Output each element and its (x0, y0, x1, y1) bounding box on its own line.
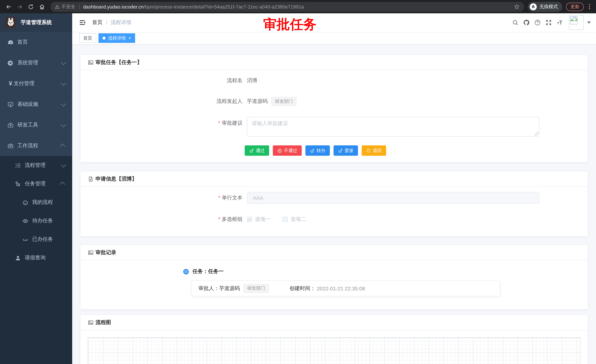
help-icon[interactable] (532, 17, 543, 28)
circle-close-icon (277, 148, 282, 153)
dept-tag: 研发部门 (271, 97, 297, 106)
checkbox-group-label: *多选框组 (80, 216, 247, 223)
sidebar-item-label: 任务管理 (25, 181, 45, 187)
chevron-down-icon (61, 101, 66, 106)
sidebar-item-my-process[interactable]: 我的流程 (0, 193, 72, 211)
sidebar-item-label: 我的流程 (32, 199, 53, 206)
required-asterisk: * (218, 216, 220, 222)
suggestion-label: *审批建议 (80, 117, 247, 126)
breadcrumb-home[interactable]: 首页 (92, 19, 103, 26)
sidebar-item-devtools[interactable]: 研发工具 (0, 115, 72, 135)
sidebar-item-todo-tasks[interactable]: 待办任务 (0, 211, 72, 230)
card-title: 申请信息【滔博】 (96, 175, 137, 182)
monitor-icon (7, 101, 14, 108)
forward-arrow-icon (16, 4, 23, 10)
card-header: 审批任务【任务一】 (80, 55, 588, 70)
initiator-row: 流程发起人 芋道源码 研发部门 (80, 96, 588, 107)
chevron-up-icon (60, 144, 65, 149)
checkbox-option-2[interactable]: 选项二 (283, 216, 306, 223)
transfer-button[interactable]: 转办 (305, 145, 330, 156)
document-icon (88, 176, 94, 182)
sidebar-item-task-mgmt[interactable]: 任务管理 (0, 175, 72, 193)
required-asterisk: * (218, 195, 220, 201)
security-chip[interactable]: 不安全 (55, 4, 75, 10)
edit-icon (310, 148, 315, 153)
single-text-input[interactable] (247, 192, 539, 204)
card-header: 流程图 (80, 315, 588, 330)
checkbox-group-row: *多选框组 选项一 选项二 (80, 214, 588, 225)
picture-icon (88, 249, 94, 255)
card-header: 申请信息【滔博】 (80, 171, 588, 187)
dept-tag: 研发部门 (244, 284, 269, 293)
sidebar-item-payment[interactable]: ¥ 支付管理 (0, 73, 72, 94)
bpmn-canvas[interactable] (88, 337, 581, 364)
tree-icon (15, 181, 21, 187)
chevron-up-icon (60, 182, 65, 187)
incognito-icon (530, 3, 537, 10)
card-title: 审批记录 (96, 249, 116, 256)
approver-segment: 审批人： 芋道源码 研发部门 (198, 284, 269, 293)
tab-process-detail[interactable]: 流程详情 × (98, 33, 135, 43)
app-logo-row[interactable]: 芋道管理系统 (0, 13, 72, 32)
security-label: 不安全 (61, 4, 75, 10)
sidebar-item-leave-query[interactable]: 请假查询 (0, 248, 72, 267)
create-time-value: 2022-01-21 22:35:08 (317, 285, 365, 291)
gear-icon (7, 60, 14, 66)
chrome-update-button[interactable]: 更新 (566, 2, 584, 11)
process-name-row: 流程名 滔博 (80, 75, 588, 86)
github-icon[interactable] (521, 17, 532, 28)
initiator-value: 芋道源码 研发部门 (247, 97, 297, 106)
timeline-item: 任务：任务一 (80, 268, 588, 275)
user-icon (15, 255, 21, 261)
create-time-label: 创建时间： (290, 285, 315, 292)
browser-menu-button[interactable] (587, 3, 592, 11)
sidebar-item-label: 首页 (17, 39, 28, 45)
app-logo (5, 17, 16, 28)
clock-icon (183, 269, 189, 274)
delegate-button[interactable]: 委派 (334, 145, 358, 156)
suggestion-textarea[interactable] (247, 117, 539, 137)
sidebar-item-infra[interactable]: 基础设施 (0, 94, 72, 115)
app-frame: 芋道管理系统 首页 系统管理 ¥ 支付管理 (0, 13, 596, 364)
address-bar[interactable]: 不安全 dashboard.yudao.iocoder.cn/bpm/proce… (50, 2, 524, 12)
sidebar-item-workflow[interactable]: 工作流程 (0, 135, 72, 156)
font-size-icon[interactable] (554, 17, 565, 28)
avatar[interactable] (569, 15, 584, 30)
sidebar-item-process-mgmt[interactable]: 流程管理 (0, 156, 72, 175)
address-divider (79, 4, 79, 9)
tab-label: 首页 (83, 35, 92, 41)
tab-home[interactable]: 首页 (79, 33, 96, 43)
close-icon[interactable]: × (128, 36, 131, 40)
picture-icon (88, 59, 94, 65)
edit-icon (338, 148, 343, 153)
approval-record-card: 审批记录 任务：任务一 审批人： 芋道源码 研发部门 (80, 245, 588, 310)
checkbox-option-1[interactable]: 选项一 (247, 216, 271, 223)
card-title: 流程图 (96, 319, 111, 326)
yen-icon: ¥ (7, 80, 14, 87)
reload-button[interactable] (26, 2, 36, 11)
search-icon[interactable] (510, 17, 521, 28)
main-area: 首页 / 流程详情 (72, 13, 596, 364)
chevron-down-icon (61, 80, 66, 86)
task-title: 任务：任务一 (193, 268, 224, 275)
sidebar-toggle-button[interactable] (79, 19, 86, 26)
sidebar-item-done-tasks[interactable]: 已办任务 (0, 230, 72, 248)
forward-button[interactable] (15, 2, 24, 11)
url-path: /bpm/process-instance/detail?id=54aa251f… (144, 4, 304, 9)
approval-task-card: 审批任务【任务一】 流程名 滔博 流程发起人 芋道源码 研发部门 (80, 54, 588, 162)
home-button[interactable] (37, 2, 47, 11)
return-button[interactable]: 退回 (362, 145, 386, 156)
undo-icon (366, 148, 371, 153)
fullscreen-icon[interactable] (543, 17, 554, 28)
sidebar-item-label: 研发工具 (17, 122, 38, 128)
tab-label: 流程详情 (108, 35, 126, 41)
approve-button[interactable]: 通过 (245, 145, 269, 156)
sidebar-item-label: 支付管理 (14, 80, 34, 87)
avatar-dropdown-caret[interactable] (587, 22, 591, 24)
sidebar-item-home[interactable]: 首页 (0, 32, 72, 52)
reject-button[interactable]: 不通过 (273, 145, 302, 156)
back-button[interactable] (4, 2, 13, 11)
bookmark-star-icon[interactable] (514, 4, 520, 10)
checkbox-unchecked-icon (283, 217, 288, 222)
sidebar-item-system[interactable]: 系统管理 (0, 52, 72, 73)
